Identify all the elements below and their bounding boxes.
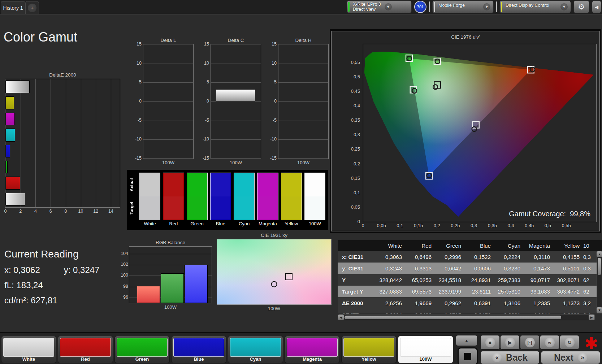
table-vertical-scrollbar[interactable]: ▲▼ (597, 251, 602, 313)
current-reading-title: Current Reading (4, 248, 100, 260)
delta_l-plot-area (143, 44, 194, 159)
meter-dropdown[interactable]: X-Rite i1Pro 3 Direct View ▼ (347, 0, 412, 13)
x-tick-label: 0,5 (545, 223, 551, 228)
table-cell: 259,7383 (494, 277, 523, 283)
y-tick-label: -5 (273, 118, 277, 123)
pattern-swatch (287, 338, 338, 357)
pattern-window-button[interactable] (458, 347, 478, 364)
deltae-bar-red (5, 177, 20, 189)
pattern-button-white[interactable]: White (1, 336, 56, 363)
chevrons-right-icon: » (578, 353, 587, 362)
table-cell: 303,4772 (553, 289, 582, 295)
table-row--e-2000[interactable]: ΔE 20002,62561,96690,29620,63911,31061,2… (338, 297, 602, 309)
x-tick-label: 0,25 (451, 223, 460, 228)
pattern-button-red[interactable]: Red (58, 336, 113, 363)
continuous-icon: ∞ (545, 338, 555, 347)
table-row--e-itp[interactable]: ΔE ITP2,88040,84361,87156,04762,30214,66… (338, 309, 602, 313)
collapse-panel-button[interactable]: ◀ (592, 0, 601, 13)
refresh-button[interactable]: ↻ (560, 335, 579, 350)
rgb-bar-green (161, 273, 184, 303)
scroll-up-arrow[interactable]: ▲ (597, 251, 602, 257)
y-tick-label: 0,2 (354, 161, 360, 166)
pattern-button-magenta[interactable]: Magenta (285, 336, 340, 363)
continuous-button[interactable]: ∞ (540, 335, 559, 350)
y-tick-label: 0,5 (354, 74, 360, 79)
expand-up-button[interactable]: ▲ (456, 335, 477, 346)
swatch-label: Magenta (257, 221, 278, 228)
y-tick-label: 0 (358, 219, 360, 224)
y-tick-label: 5 (139, 79, 142, 84)
pattern-button-label: Green (115, 356, 169, 362)
swatch-column-white (139, 173, 160, 220)
measure-window-button[interactable]: [-] (520, 335, 540, 350)
swatch-actual-cyan (234, 173, 254, 196)
pattern-button-label: 100W (398, 356, 453, 362)
x-tick-label: 8 (64, 209, 67, 214)
scrollbar-thumb[interactable] (598, 258, 601, 275)
y-tick-label: -15 (270, 156, 277, 161)
table-row-y-cie31[interactable]: y: CIE310,32480,33130,60420,06060,32300,… (338, 263, 602, 274)
x-tick-label: 0,45 (525, 223, 534, 228)
scrollbar-thumb[interactable] (345, 316, 561, 319)
swatch-actual-100w (305, 173, 325, 196)
swatch-column-cyan (234, 173, 255, 220)
gear-icon: ⚙ (578, 3, 585, 11)
chevrons-left-icon: « (492, 353, 502, 362)
swatch-label: 100W (304, 221, 325, 228)
y-tick-label: -10 (203, 136, 209, 142)
table-cell: 1,2335 (523, 300, 553, 306)
back-button[interactable]: « Back (480, 351, 540, 364)
refresh-icon: ↻ (565, 338, 575, 347)
display-control-dropdown[interactable]: Direct Display Control ▼ (499, 0, 571, 13)
y-tick-label: 0,15 (351, 175, 360, 181)
pattern-button-100w[interactable]: 100W (398, 336, 453, 363)
gridline (96, 79, 96, 207)
scroll-left-arrow[interactable]: ◀ (338, 315, 344, 320)
table-row-y[interactable]: Y328,844265,0253234,551824,8931259,73839… (338, 274, 602, 286)
table-row-x-cie31[interactable]: x: CIE310,30630,64960,29960,15220,22240,… (338, 251, 602, 263)
gridline (278, 139, 328, 140)
gridline (51, 79, 51, 207)
scroll-right-arrow[interactable]: ▶ (589, 315, 594, 320)
swatch-column-green (187, 173, 208, 220)
table-header-cell: Yellow (553, 243, 582, 249)
table-header-cell: 10 (582, 243, 602, 249)
y-tick-label: 10 (137, 61, 142, 66)
gridline (211, 64, 261, 64)
play-button[interactable]: ▶ (500, 335, 520, 350)
pattern-button-green[interactable]: Green (114, 336, 170, 363)
table-cell: 1,9669 (405, 300, 434, 306)
table-header-row: WhiteRedGreenBlueCyanMagentaYellow10 (338, 240, 602, 251)
table-row-target-y[interactable]: Target Y327,088369,5573233,919923,611125… (338, 286, 602, 297)
pattern-button-yellow[interactable]: Yellow (341, 336, 397, 363)
table-cell: 302,8071 (553, 277, 582, 283)
gridline (111, 79, 111, 207)
pattern-button-blue[interactable]: Blue (171, 336, 226, 363)
delta_h-plot-area (278, 44, 329, 159)
source-dropdown[interactable]: Mobile Forge ▼ (432, 0, 494, 13)
cie1931-measured-marker (271, 281, 277, 287)
pattern-button-cyan[interactable]: Cyan (228, 336, 283, 363)
tab-history-1[interactable]: History 1 (1, 1, 25, 14)
table-header-cell: Cyan (494, 243, 523, 249)
rgb-balance-chart: RGB Balance 1041021009896 100W (119, 240, 212, 310)
table-cell: 0,3248 (375, 265, 405, 272)
table-horizontal-scrollbar[interactable]: ◀▶ (338, 315, 595, 320)
cie1931-chart: CIE 1931 xy 100W (217, 233, 332, 311)
swatch-actual-magenta (257, 173, 278, 196)
deltae-bar-green (5, 161, 8, 173)
x-tick-label: 0,3 (471, 223, 477, 228)
add-tab-button[interactable]: + (25, 1, 39, 14)
gridline (129, 254, 212, 254)
scroll-down-arrow[interactable]: ▼ (597, 307, 602, 313)
y-tick-label: -15 (203, 156, 209, 161)
settings-button[interactable]: ⚙ (573, 0, 589, 13)
x-tick-label: 0,15 (414, 223, 423, 228)
delta_h-body: 151050-5-10-15 (268, 44, 329, 159)
y-tick-label: 0,25 (351, 146, 360, 152)
stop-button[interactable]: ■ (480, 335, 500, 350)
topbar-separator (429, 1, 430, 12)
table-cell: 0,6391 (464, 300, 494, 306)
x-tick-label: 10 (78, 209, 83, 214)
measure-window-icon: [-] (525, 338, 535, 347)
